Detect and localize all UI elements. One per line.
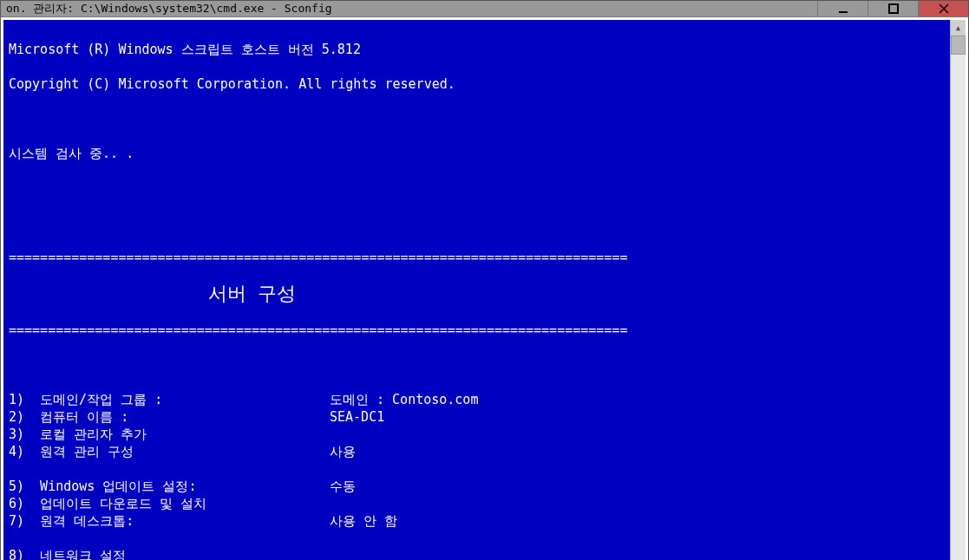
divider-bottom: ========================================… — [9, 322, 945, 339]
menu-item: 3) 로컬 관리자 추가 — [9, 426, 945, 443]
menu-item-value: 도메인 : Contoso.com — [330, 391, 478, 408]
window-title: on. 관리자: C:\Windows\system32\cmd.exe - S… — [1, 1, 817, 16]
maximize-button[interactable] — [868, 1, 918, 16]
menu-list: 1) 도메인/작업 그룹 :도메인 : Contoso.com2) 컴퓨터 이름… — [9, 391, 945, 560]
menu-item-value: SEA-DC1 — [330, 408, 384, 426]
titlebar[interactable]: on. 관리자: C:\Windows\system32\cmd.exe - S… — [1, 1, 968, 17]
menu-item-value: 수동 — [330, 478, 356, 495]
divider-top: ========================================… — [9, 249, 945, 266]
svg-rect-0 — [839, 11, 848, 13]
menu-item-label: 3) 로컬 관리자 추가 — [9, 426, 330, 443]
menu-item-label: 8) 네트워크 설정 — [9, 547, 330, 560]
menu-item: 8) 네트워크 설정 — [9, 547, 945, 560]
blank-line — [9, 179, 945, 197]
blank-line — [9, 110, 945, 127]
menu-item: 2) 컴퓨터 이름 :SEA-DC1 — [9, 408, 945, 426]
copyright-line: Copyright (C) Microsoft Corporation. All… — [9, 75, 945, 93]
menu-item: 5) Windows 업데이트 설정:수동 — [9, 478, 945, 495]
vertical-scrollbar[interactable]: ▲ ▼ — [950, 20, 966, 560]
menu-item: 6) 업데이트 다운로드 및 설치 — [9, 495, 945, 512]
menu-item: 4) 원격 관리 구성사용 — [9, 443, 945, 460]
menu-item-value: 사용 — [330, 443, 356, 460]
blank-line — [9, 214, 945, 231]
scroll-track[interactable] — [951, 36, 966, 560]
console-output[interactable]: Microsoft (R) Windows 스크립트 호스트 버전 5.812 … — [3, 20, 950, 560]
content-area: Microsoft (R) Windows 스크립트 호스트 버전 5.812 … — [1, 17, 968, 560]
script-host-header: Microsoft (R) Windows 스크립트 호스트 버전 5.812 — [9, 41, 945, 58]
section-title: 서버 구성 — [9, 283, 945, 304]
window-controls — [817, 1, 968, 16]
svg-rect-1 — [889, 4, 898, 13]
menu-item — [9, 460, 945, 478]
cmd-window: on. 관리자: C:\Windows\system32\cmd.exe - S… — [0, 0, 969, 560]
close-button[interactable] — [918, 1, 968, 16]
scroll-thumb[interactable] — [951, 36, 966, 55]
menu-item: 1) 도메인/작업 그룹 :도메인 : Contoso.com — [9, 391, 945, 408]
scroll-up-arrow[interactable]: ▲ — [951, 20, 966, 36]
status-line: 시스템 검사 중.. . — [9, 145, 945, 162]
menu-item — [9, 530, 945, 547]
minimize-button[interactable] — [817, 1, 868, 16]
menu-item-value: 사용 안 함 — [330, 512, 397, 530]
menu-item-label: 5) Windows 업데이트 설정: — [9, 478, 330, 495]
menu-item-label: 4) 원격 관리 구성 — [9, 443, 330, 460]
menu-item-label: 2) 컴퓨터 이름 : — [9, 408, 330, 426]
menu-item-label: 7) 원격 데스크톱: — [9, 512, 330, 530]
blank-line — [9, 356, 945, 374]
menu-item-label: 6) 업데이트 다운로드 및 설치 — [9, 495, 330, 512]
menu-item-label: 1) 도메인/작업 그룹 : — [9, 391, 330, 408]
menu-item: 7) 원격 데스크톱:사용 안 함 — [9, 512, 945, 530]
